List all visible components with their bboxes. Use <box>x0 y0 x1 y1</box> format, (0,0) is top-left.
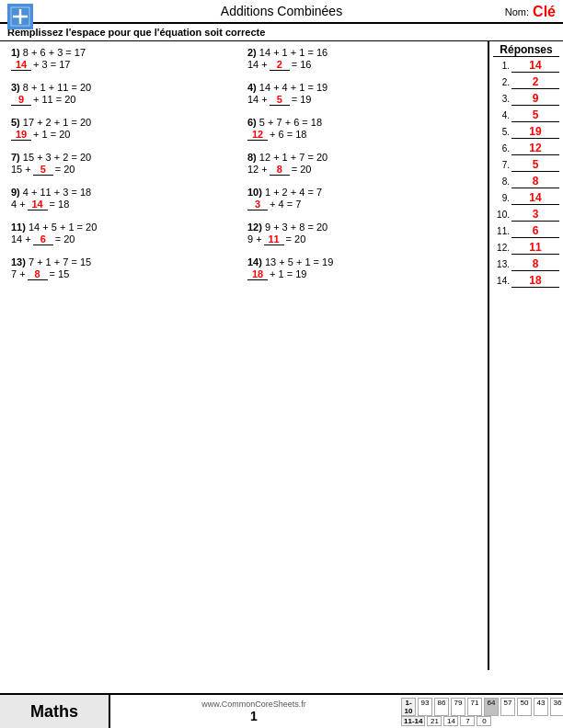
footer-url: www.CommonCoreSheets.fr <box>201 700 306 709</box>
eq-3: 3) 8 + 1 + 11 = 20 <box>11 82 240 93</box>
answer-8: 12 + 8 = 20 <box>247 164 477 176</box>
footer: Maths www.CommonCoreSheets.fr 1 1-10 93 … <box>0 693 563 728</box>
eq-14: 14) 13 + 5 + 1 = 19 <box>247 256 477 267</box>
problem-8: 8) 12 + 1 + 7 = 20 12 + 8 = 20 <box>244 150 480 177</box>
cle-text: Clé <box>533 4 556 20</box>
eq-4: 4) 14 + 4 + 1 = 19 <box>247 82 477 93</box>
problem-4: 4) 14 + 4 + 1 = 19 14 + 5 = 19 <box>244 80 480 108</box>
eq-12: 12) 9 + 3 + 8 = 20 <box>247 222 477 233</box>
answer-item-10: 10. 3 <box>493 208 559 222</box>
answer-13: 7 + 8 = 15 <box>11 268 240 280</box>
page-title: Additions Combinées <box>221 4 342 18</box>
problem-row-5: 9) 4 + 11 + 3 = 18 4 + 14 = 18 10) 1 + 2… <box>7 185 480 212</box>
problem-2: 2) 14 + 1 + 1 = 16 14 + 2 = 16 <box>244 45 480 73</box>
eq-9: 9) 4 + 11 + 3 = 18 <box>11 187 240 198</box>
eq-8: 8) 12 + 1 + 7 = 20 <box>247 152 477 163</box>
problem-row-2: 3) 8 + 1 + 11 = 20 9 + 11 = 20 4) 14 + 4… <box>7 80 480 108</box>
logo-icon <box>7 4 33 29</box>
footer-stats: 1-10 93 86 79 71 64 57 50 43 36 29 11-14… <box>397 695 563 728</box>
nom-area: Nom: Clé <box>505 4 556 20</box>
problem-12: 12) 9 + 3 + 8 = 20 9 + 11 = 20 <box>244 220 480 247</box>
answer-5: 19 + 1 = 20 <box>11 129 240 141</box>
problem-row-6: 11) 14 + 5 + 1 = 20 14 + 6 = 20 12) 9 + … <box>7 220 480 247</box>
footer-center: www.CommonCoreSheets.fr 1 <box>110 695 397 728</box>
stats-row-2: 11-14 21 14 7 0 <box>401 716 559 726</box>
problem-11: 11) 14 + 5 + 1 = 20 14 + 6 = 20 <box>7 220 244 247</box>
answers-panel: Réponses 1. 14 2. 2 3. 9 4. 5 5. 19 6. 1… <box>489 41 563 670</box>
problem-1: 1) 8 + 6 + 3 = 17 14 + 3 = 17 <box>7 45 244 73</box>
answer-6: 12 + 6 = 18 <box>247 129 477 141</box>
problem-row-1: 1) 8 + 6 + 3 = 17 14 + 3 = 17 2) 14 + 1 … <box>7 45 480 73</box>
answer-item-4: 4. 5 <box>493 108 559 122</box>
answers-header: Réponses <box>493 43 559 57</box>
problem-9: 9) 4 + 11 + 3 = 18 4 + 14 = 18 <box>7 185 244 212</box>
eq-10: 10) 1 + 2 + 4 = 7 <box>247 187 477 198</box>
answer-12: 9 + 11 = 20 <box>247 233 477 245</box>
problem-13: 13) 7 + 1 + 7 = 15 7 + 8 = 15 <box>7 255 244 282</box>
answer-item-13: 13. 8 <box>493 257 559 271</box>
problem-5: 5) 17 + 2 + 1 = 20 19 + 1 = 20 <box>7 115 244 142</box>
answer-4: 14 + 5 = 19 <box>247 94 477 106</box>
problem-7: 7) 15 + 3 + 2 = 20 15 + 5 = 20 <box>7 150 244 177</box>
nom-label: Nom: <box>505 6 529 17</box>
answer-3: 9 + 11 = 20 <box>11 94 240 106</box>
answer-7: 15 + 5 = 20 <box>11 164 240 176</box>
answer-item-12: 12. 11 <box>493 241 559 255</box>
eq-7: 7) 15 + 3 + 2 = 20 <box>11 152 240 163</box>
footer-page: 1 <box>250 709 258 723</box>
problem-row-3: 5) 17 + 2 + 1 = 20 19 + 1 = 20 6) 5 + 7 … <box>7 115 480 142</box>
problems-area: 1) 8 + 6 + 3 = 17 14 + 3 = 17 2) 14 + 1 … <box>0 41 489 670</box>
problem-row-4: 7) 15 + 3 + 2 = 20 15 + 5 = 20 8) 12 + 1… <box>7 150 480 177</box>
footer-maths-label: Maths <box>0 695 110 728</box>
problem-10: 10) 1 + 2 + 4 = 7 3 + 4 = 7 <box>244 185 480 212</box>
eq-1: 1) 8 + 6 + 3 = 17 <box>11 47 240 58</box>
instruction: Remplissez l'espace pour que l'équation … <box>0 24 563 41</box>
eq-5: 5) 17 + 2 + 1 = 20 <box>11 117 240 128</box>
answer-9: 4 + 14 = 18 <box>11 199 240 210</box>
main-content: 1) 8 + 6 + 3 = 17 14 + 3 = 17 2) 14 + 1 … <box>0 41 563 670</box>
answer-item-2: 2. 2 <box>493 75 559 89</box>
answer-item-3: 3. 9 <box>493 92 559 106</box>
problem-6: 6) 5 + 7 + 6 = 18 12 + 6 = 18 <box>244 115 480 142</box>
eq-11: 11) 14 + 5 + 1 = 20 <box>11 222 240 233</box>
stats-row-1: 1-10 93 86 79 71 64 57 50 43 36 29 <box>401 698 559 716</box>
eq-6: 6) 5 + 7 + 6 = 18 <box>247 117 477 128</box>
answer-item-11: 11. 6 <box>493 224 559 238</box>
eq-13: 13) 7 + 1 + 7 = 15 <box>11 256 240 267</box>
answer-item-6: 6. 12 <box>493 142 559 155</box>
answer-item-5: 5. 19 <box>493 125 559 139</box>
answer-2: 14 + 2 = 16 <box>247 59 477 71</box>
answer-item-8: 8. 8 <box>493 175 559 188</box>
problem-3: 3) 8 + 1 + 11 = 20 9 + 11 = 20 <box>7 80 244 108</box>
answer-item-7: 7. 5 <box>493 158 559 172</box>
header: Additions Combinées Nom: Clé <box>0 0 563 24</box>
answer-item-1: 1. 14 <box>493 59 559 73</box>
answer-item-9: 9. 14 <box>493 191 559 205</box>
eq-2: 2) 14 + 1 + 1 = 16 <box>247 47 477 58</box>
answer-14: 18 + 1 = 19 <box>247 268 477 280</box>
answer-11: 14 + 6 = 20 <box>11 233 240 245</box>
problem-row-7: 13) 7 + 1 + 7 = 15 7 + 8 = 15 14) 13 + 5… <box>7 255 480 282</box>
answer-10: 3 + 4 = 7 <box>247 199 477 210</box>
problem-14: 14) 13 + 5 + 1 = 19 18 + 1 = 19 <box>244 255 480 282</box>
answer-1: 14 + 3 = 17 <box>11 59 240 71</box>
answer-item-14: 14. 18 <box>493 274 559 288</box>
